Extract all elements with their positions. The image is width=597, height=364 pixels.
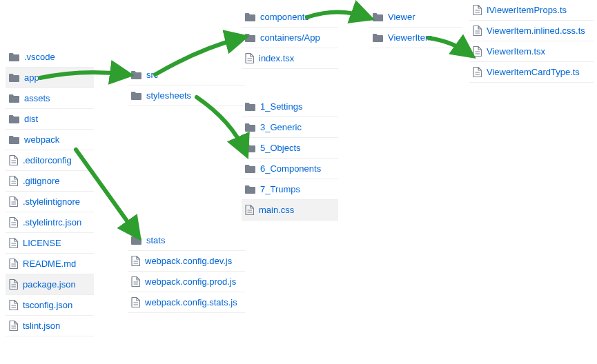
item-label: tsconfig.json <box>23 300 90 310</box>
file-icon <box>245 205 254 215</box>
folder-icon <box>245 12 255 21</box>
folder-item[interactable]: ViewerItem <box>369 28 462 48</box>
folder-icon <box>131 236 141 245</box>
folder-item[interactable]: stats <box>128 230 245 251</box>
file-icon <box>9 176 18 186</box>
file-item[interactable]: webpack.config.dev.js <box>128 251 245 272</box>
folder-item[interactable]: 6_Components <box>242 159 338 179</box>
file-icon <box>9 155 18 165</box>
file-icon <box>9 300 18 310</box>
file-icon <box>9 321 18 331</box>
folder-item[interactable]: stylesheets <box>128 85 245 106</box>
file-item[interactable]: webpack.config.stats.js <box>128 292 245 313</box>
item-label: webpack.config.dev.js <box>145 256 242 266</box>
item-label: .vscode <box>24 52 90 62</box>
item-label: 5_Objects <box>260 143 335 153</box>
item-label: package.json <box>23 279 90 290</box>
file-icon <box>9 259 18 269</box>
folder-icon <box>245 143 255 152</box>
folder-item[interactable]: .vscode <box>6 47 94 68</box>
file-icon <box>9 217 18 228</box>
file-column-root: .vscodeappassetsdistwebpack.editorconfig… <box>6 47 94 336</box>
file-item[interactable]: README.md <box>6 254 94 274</box>
item-label: 7_Trumps <box>260 184 335 194</box>
folder-icon <box>373 12 383 21</box>
item-label: app <box>24 72 90 83</box>
folder-icon <box>131 70 141 79</box>
file-item[interactable]: .stylelintignore <box>6 192 94 212</box>
file-item[interactable]: .stylelintrc.json <box>6 212 94 233</box>
file-item[interactable]: .gitignore <box>6 171 94 192</box>
file-item[interactable]: .editorconfig <box>6 150 94 171</box>
folder-icon <box>9 135 19 144</box>
file-item[interactable]: main.css <box>242 200 338 221</box>
file-item[interactable]: IViewerItemProps.ts <box>469 0 594 21</box>
item-label: stylesheets <box>146 90 242 101</box>
item-label: IViewerItemProps.ts <box>487 5 590 15</box>
file-item[interactable]: tsconfig.json <box>6 295 94 316</box>
folder-item[interactable]: components <box>242 7 338 28</box>
folder-item[interactable]: 7_Trumps <box>242 179 338 200</box>
file-item[interactable]: LICENSE <box>6 233 94 254</box>
item-label: .editorconfig <box>23 155 90 165</box>
item-label: .stylelintrc.json <box>23 217 90 228</box>
folder-icon <box>245 123 255 132</box>
item-label: ViewerItem.tsx <box>487 46 590 57</box>
folder-item[interactable]: Viewer <box>369 7 462 28</box>
folder-icon <box>131 91 141 100</box>
file-icon <box>9 279 18 290</box>
folder-item[interactable]: app <box>6 68 94 88</box>
folder-icon <box>245 33 255 42</box>
item-label: webpack.config.stats.js <box>145 297 242 307</box>
folder-item[interactable]: assets <box>6 88 94 109</box>
file-item[interactable]: tslint.json <box>6 316 94 336</box>
folder-icon <box>245 164 255 173</box>
file-item[interactable]: webpack.config.prod.js <box>128 272 245 292</box>
file-icon <box>473 67 482 77</box>
file-item[interactable]: ViewerItem.inlined.css.ts <box>469 21 594 41</box>
item-label: components <box>260 12 335 22</box>
item-label: ViewerItemCardType.ts <box>487 67 590 77</box>
folder-icon <box>9 73 19 82</box>
folder-icon <box>245 185 255 194</box>
file-icon <box>9 238 18 248</box>
file-icon <box>9 196 18 207</box>
item-label: webpack.config.prod.js <box>145 276 242 287</box>
item-label: ViewerItem.inlined.css.ts <box>487 26 590 36</box>
folder-item[interactable]: containers/App <box>242 28 338 48</box>
item-label: ViewerItem <box>388 32 459 43</box>
folder-icon <box>9 114 19 123</box>
file-column-stylesheets-contents: 1_Settings3_Generic5_Objects6_Components… <box>242 97 338 221</box>
file-column-src-contents: componentscontainers/Appindex.tsx <box>242 7 338 69</box>
file-column-app-contents-top: srcstylesheets <box>128 65 245 106</box>
item-label: main.css <box>259 205 335 215</box>
item-label: LICENSE <box>23 238 90 248</box>
item-label: Viewer <box>388 12 459 22</box>
folder-item[interactable]: dist <box>6 109 94 130</box>
item-label: tslint.json <box>23 321 90 331</box>
file-item[interactable]: index.tsx <box>242 48 338 69</box>
item-label: stats <box>146 235 242 245</box>
item-label: .gitignore <box>23 176 90 186</box>
file-icon <box>131 276 140 287</box>
file-icon <box>131 256 140 266</box>
folder-item[interactable]: 5_Objects <box>242 138 338 159</box>
file-icon <box>245 53 254 63</box>
folder-item[interactable]: 3_Generic <box>242 117 338 138</box>
folder-item[interactable]: src <box>128 65 245 85</box>
item-label: index.tsx <box>259 53 335 63</box>
file-column-components-contents: ViewerViewerItem <box>369 7 462 48</box>
folder-item[interactable]: webpack <box>6 130 94 150</box>
file-icon <box>473 5 482 15</box>
file-item[interactable]: ViewerItem.tsx <box>469 41 594 62</box>
item-label: containers/App <box>260 32 335 43</box>
item-label: src <box>146 70 242 80</box>
item-label: dist <box>24 114 90 124</box>
file-column-vieweritem-contents: IViewerItemProps.tsViewerItem.inlined.cs… <box>469 0 594 83</box>
folder-item[interactable]: 1_Settings <box>242 97 338 117</box>
file-item[interactable]: package.json <box>6 274 94 295</box>
item-label: README.md <box>23 259 90 269</box>
item-label: 3_Generic <box>260 122 335 132</box>
file-item[interactable]: ViewerItemCardType.ts <box>469 62 594 83</box>
item-label: webpack <box>24 134 90 145</box>
